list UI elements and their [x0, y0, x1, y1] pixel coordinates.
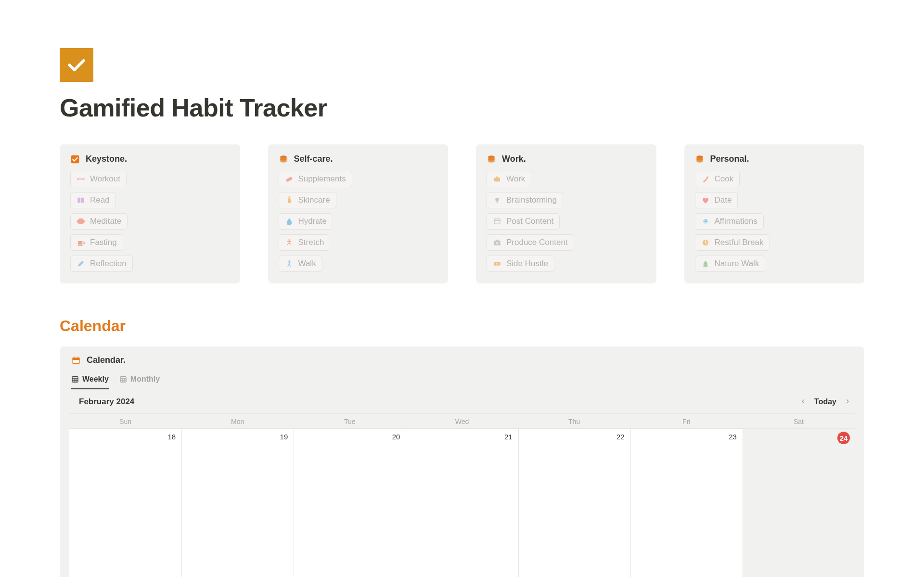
habit-chip[interactable]: Supplements [279, 171, 352, 187]
habit-chip[interactable]: Read [70, 192, 116, 208]
svg-rect-5 [78, 241, 82, 245]
habit-card: Work.WorkBrainstormingPost ContentProduc… [476, 144, 656, 283]
calendar-today-button[interactable]: Today [814, 397, 836, 406]
calendar-day-cell[interactable]: 22 [518, 428, 630, 577]
habit-chip[interactable]: Fasting [70, 234, 123, 251]
calendar-day-number: 23 [729, 433, 737, 441]
habit-chip-label: Hydrate [298, 217, 327, 226]
droplet-icon [285, 217, 294, 226]
calendar-day-cell[interactable]: 23 [630, 428, 743, 577]
habit-chip[interactable]: Nature Walk [695, 256, 766, 272]
tab-monthly-label: Monthly [130, 375, 160, 384]
habit-chip-label: Skincare [298, 195, 330, 205]
calendar-section-title: Calendar [60, 317, 864, 335]
calendar-prev-button[interactable] [799, 397, 808, 406]
habit-chip[interactable]: Restful Break [695, 234, 770, 251]
svg-rect-34 [73, 358, 80, 359]
habit-chip[interactable]: Workout [70, 171, 127, 187]
svg-point-29 [704, 220, 705, 221]
habit-chip-label: Restful Break [715, 238, 764, 247]
lotion-icon [285, 196, 294, 205]
calendar-day-cell[interactable]: 20 [294, 428, 406, 577]
svg-rect-3 [78, 179, 84, 180]
habit-chip-label: Cook [715, 174, 734, 184]
card-title: Keystone. [86, 154, 127, 164]
calendar-grid-icon [71, 375, 79, 383]
habit-chip[interactable]: Date [695, 192, 738, 208]
calendar-day-cell[interactable]: 18 [69, 428, 181, 577]
svg-rect-0 [71, 155, 79, 163]
habit-chip-label: Post Content [506, 217, 553, 226]
svg-rect-8 [285, 177, 293, 182]
habit-chip-label: Reflection [90, 259, 127, 269]
chevron-right-icon [845, 398, 850, 404]
calendar-day-cell[interactable]: 24 [743, 428, 855, 577]
svg-rect-18 [497, 201, 498, 203]
habit-chip[interactable]: Work [487, 171, 531, 187]
svg-point-30 [706, 221, 706, 222]
tab-weekly[interactable]: Weekly [71, 371, 109, 389]
habit-card: Self-care.SupplementsSkincareHydrateStre… [268, 144, 449, 283]
knife-icon [701, 175, 710, 183]
calendar-dow: Tue [294, 414, 406, 428]
svg-point-22 [496, 242, 498, 244]
habit-chip-label: Stretch [298, 238, 324, 247]
camera-icon [493, 238, 501, 247]
cash-icon [493, 259, 501, 268]
habit-chip[interactable]: Reflection [70, 256, 133, 272]
calendar-card: Calendar. Weekly Monthly February 2024 T… [60, 346, 864, 577]
tab-monthly[interactable]: Monthly [119, 371, 160, 389]
calendar-day-number: 18 [167, 433, 176, 441]
calendar-day-number: 21 [504, 433, 513, 441]
stack-icon [695, 154, 705, 164]
checkbox-icon [70, 154, 80, 164]
habit-chip[interactable]: Cook [695, 171, 740, 187]
svg-rect-35 [74, 357, 75, 358]
calendar-view-tabs: Weekly Monthly [69, 371, 855, 389]
window-icon [493, 217, 501, 226]
habit-chip[interactable]: Meditate [70, 213, 128, 230]
sparkle-icon [701, 217, 710, 226]
bulb-icon [493, 196, 501, 205]
calendar-dow: Sat [743, 414, 855, 428]
habit-chip[interactable]: Skincare [279, 192, 336, 208]
habit-chip[interactable]: Hydrate [279, 213, 334, 230]
calendar-next-button[interactable] [843, 397, 852, 406]
calendar-day-cell[interactable]: 19 [181, 428, 294, 577]
dumbbell-icon [77, 175, 85, 183]
checkmark-icon [66, 54, 87, 76]
stack-icon [487, 154, 496, 164]
svg-point-17 [495, 198, 499, 202]
habit-card: Keystone.WorkoutReadMeditateFastingRefle… [60, 144, 240, 283]
habit-chip[interactable]: Affirmations [695, 213, 764, 230]
clock-icon [701, 238, 710, 247]
habit-chip-label: Work [506, 174, 525, 184]
card-title: Self-care. [294, 154, 333, 164]
habit-chip[interactable]: Stretch [279, 234, 331, 251]
habit-chip[interactable]: Post Content [487, 213, 560, 230]
calendar-day-number: 19 [280, 433, 288, 441]
habit-chip-label: Fasting [90, 238, 117, 247]
calendar-day-number-today: 24 [837, 432, 850, 444]
habit-chip-label: Read [90, 195, 110, 205]
habit-chip-label: Brainstorming [506, 195, 557, 205]
brain-icon [77, 217, 85, 226]
habit-chip[interactable]: Walk [279, 256, 322, 272]
habit-chip[interactable]: Side Hustle [487, 256, 554, 272]
pill-icon [285, 175, 294, 183]
pencil-icon [77, 259, 85, 268]
calendar-dow: Mon [181, 414, 294, 428]
habit-chip-label: Nature Walk [715, 259, 759, 269]
habit-chip[interactable]: Produce Content [487, 234, 574, 251]
habit-chip-label: Side Hustle [506, 259, 548, 269]
calendar-month-label: February 2024 [79, 397, 134, 407]
habit-chip[interactable]: Brainstorming [487, 192, 563, 208]
calendar-dow: Sun [69, 414, 181, 428]
svg-rect-15 [494, 178, 500, 181]
walker-icon [285, 259, 294, 268]
calendar-grid-icon [119, 375, 127, 383]
svg-rect-11 [288, 197, 291, 198]
habit-chip-label: Affirmations [715, 217, 757, 226]
calendar-dow: Fri [630, 414, 743, 428]
calendar-day-cell[interactable]: 21 [406, 428, 518, 577]
